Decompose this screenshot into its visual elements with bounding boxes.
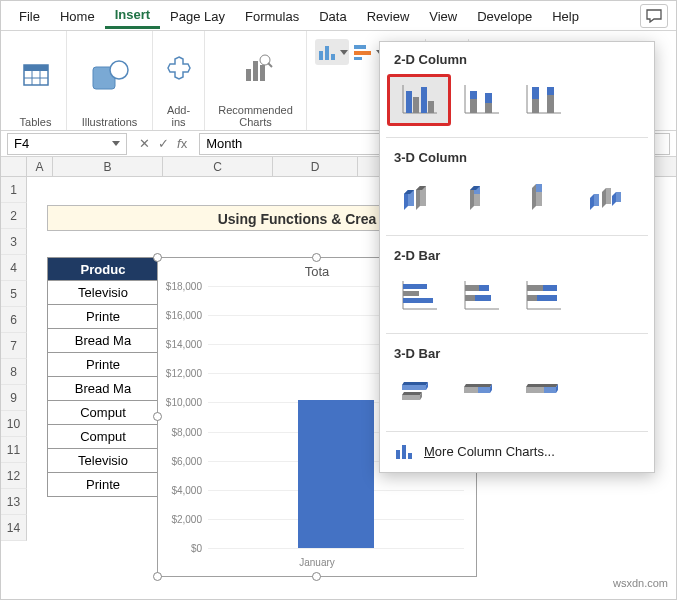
chart-option-3d-clustered-column[interactable] bbox=[388, 173, 450, 223]
resize-handle[interactable] bbox=[153, 572, 162, 581]
resize-handle[interactable] bbox=[153, 412, 162, 421]
product-header-cell[interactable]: Produc bbox=[47, 257, 159, 281]
more-column-charts[interactable]: MMore Column Charts...ore Column Charts.… bbox=[380, 434, 654, 468]
row-header[interactable]: 7 bbox=[1, 333, 27, 359]
bar-icon bbox=[399, 279, 439, 313]
col-header-c[interactable]: C bbox=[163, 157, 273, 176]
row-header[interactable]: 4 bbox=[1, 255, 27, 281]
row-header[interactable]: 1 bbox=[1, 177, 27, 203]
row-header[interactable]: 12 bbox=[1, 463, 27, 489]
table-row[interactable]: Comput bbox=[47, 425, 159, 449]
ribbon-group-tables[interactable]: Tables bbox=[5, 31, 67, 130]
chart-option-100-stacked-bar[interactable] bbox=[512, 271, 574, 321]
chart-option-stacked-column[interactable] bbox=[450, 75, 512, 125]
tab-formulas[interactable]: Formulas bbox=[235, 4, 309, 28]
chart-option-3d-stacked-bar[interactable] bbox=[450, 369, 512, 419]
svg-rect-69 bbox=[479, 285, 489, 291]
chart-bar[interactable] bbox=[298, 400, 375, 548]
chart-option-3d-100-stacked-bar[interactable] bbox=[512, 369, 574, 419]
separator bbox=[386, 333, 648, 334]
row-header[interactable]: 6 bbox=[1, 307, 27, 333]
ribbon-group-addins[interactable]: Add- ins bbox=[153, 31, 205, 130]
svg-marker-82 bbox=[402, 395, 420, 400]
table-row[interactable]: Televisio bbox=[47, 281, 159, 305]
separator bbox=[386, 137, 648, 138]
svg-rect-94 bbox=[408, 453, 412, 459]
table-row[interactable]: Comput bbox=[47, 401, 159, 425]
chart-option-clustered-column[interactable] bbox=[388, 75, 450, 125]
name-box[interactable]: F4 bbox=[7, 133, 127, 155]
resize-handle[interactable] bbox=[153, 253, 162, 262]
col-header-a[interactable]: A bbox=[27, 157, 53, 176]
fx-icon[interactable]: fx bbox=[177, 136, 187, 151]
comment-icon bbox=[646, 9, 662, 23]
tab-help[interactable]: Help bbox=[542, 4, 589, 28]
row-header[interactable]: 10 bbox=[1, 411, 27, 437]
table-row[interactable]: Bread Ma bbox=[47, 377, 159, 401]
chart-option-3d-stacked-column[interactable] bbox=[450, 173, 512, 223]
row-header[interactable]: 5 bbox=[1, 281, 27, 307]
recommended-charts-icon bbox=[238, 51, 274, 87]
illustrations-icon bbox=[89, 57, 131, 93]
svg-marker-81 bbox=[402, 392, 422, 395]
chevron-down-icon bbox=[340, 50, 348, 55]
table-row[interactable]: Printe bbox=[47, 305, 159, 329]
tables-icon bbox=[19, 58, 53, 92]
row-header[interactable]: 11 bbox=[1, 437, 27, 463]
ribbon-group-recommended[interactable]: Recommended Charts bbox=[205, 31, 307, 130]
svg-marker-52 bbox=[532, 184, 536, 210]
table-row[interactable]: Printe bbox=[47, 473, 159, 497]
chart-option-3d-100-stacked-column[interactable] bbox=[512, 173, 574, 223]
row-header[interactable]: 9 bbox=[1, 385, 27, 411]
dropdown-section-2d-column: 2-D Column bbox=[380, 42, 654, 73]
enter-icon[interactable]: ✓ bbox=[158, 136, 169, 151]
svg-rect-68 bbox=[465, 285, 479, 291]
row-header[interactable]: 14 bbox=[1, 515, 27, 541]
resize-handle[interactable] bbox=[312, 572, 321, 581]
formula-value: Month bbox=[206, 136, 242, 151]
row-header[interactable]: 13 bbox=[1, 489, 27, 515]
svg-rect-32 bbox=[470, 99, 477, 113]
resize-handle[interactable] bbox=[312, 253, 321, 262]
svg-rect-9 bbox=[260, 65, 265, 81]
ribbon-group-illustrations[interactable]: Illustrations bbox=[67, 31, 153, 130]
table-row[interactable]: Televisio bbox=[47, 449, 159, 473]
chart-option-100-stacked-column[interactable] bbox=[512, 75, 574, 125]
svg-line-11 bbox=[268, 63, 272, 67]
chart-option-clustered-bar[interactable] bbox=[388, 271, 450, 321]
insert-column-chart-button[interactable] bbox=[315, 39, 349, 65]
row-header[interactable]: 8 bbox=[1, 359, 27, 385]
chart-option-3d-clustered-bar[interactable] bbox=[388, 369, 450, 419]
row-header[interactable]: 3 bbox=[1, 229, 27, 255]
select-all-corner[interactable] bbox=[1, 157, 27, 176]
tab-home[interactable]: Home bbox=[50, 4, 105, 28]
3d-bar-icon bbox=[460, 377, 502, 411]
name-box-value: F4 bbox=[14, 136, 29, 151]
tab-review[interactable]: Review bbox=[357, 4, 420, 28]
3d-col-icon bbox=[584, 180, 626, 216]
tab-developer[interactable]: Develope bbox=[467, 4, 542, 28]
row-header[interactable]: 2 bbox=[1, 203, 27, 229]
tab-file[interactable]: File bbox=[9, 4, 50, 28]
3d-col-icon bbox=[398, 180, 440, 216]
dropdown-section-3d-bar: 3-D Bar bbox=[380, 336, 654, 367]
svg-rect-14 bbox=[331, 54, 335, 60]
tab-view[interactable]: View bbox=[419, 4, 467, 28]
col-header-d[interactable]: D bbox=[273, 157, 358, 176]
comments-button[interactable] bbox=[640, 4, 668, 28]
svg-point-6 bbox=[110, 61, 128, 79]
3d-col-icon bbox=[460, 180, 502, 216]
tab-insert[interactable]: Insert bbox=[105, 2, 160, 29]
chart-y-axis: $0$2,000$4,000$6,000$8,000$10,000$12,000… bbox=[158, 286, 206, 548]
table-row[interactable]: Bread Ma bbox=[47, 329, 159, 353]
100-stacked-column-icon bbox=[523, 83, 563, 117]
chart-option-3d-column[interactable] bbox=[574, 173, 636, 223]
table-row[interactable]: Printe bbox=[47, 353, 159, 377]
svg-rect-77 bbox=[537, 295, 557, 301]
col-header-b[interactable]: B bbox=[53, 157, 163, 176]
cancel-icon[interactable]: ✕ bbox=[139, 136, 150, 151]
chevron-down-icon bbox=[112, 141, 120, 146]
tab-data[interactable]: Data bbox=[309, 4, 356, 28]
chart-option-stacked-bar[interactable] bbox=[450, 271, 512, 321]
tab-pagelayout[interactable]: Page Lay bbox=[160, 4, 235, 28]
